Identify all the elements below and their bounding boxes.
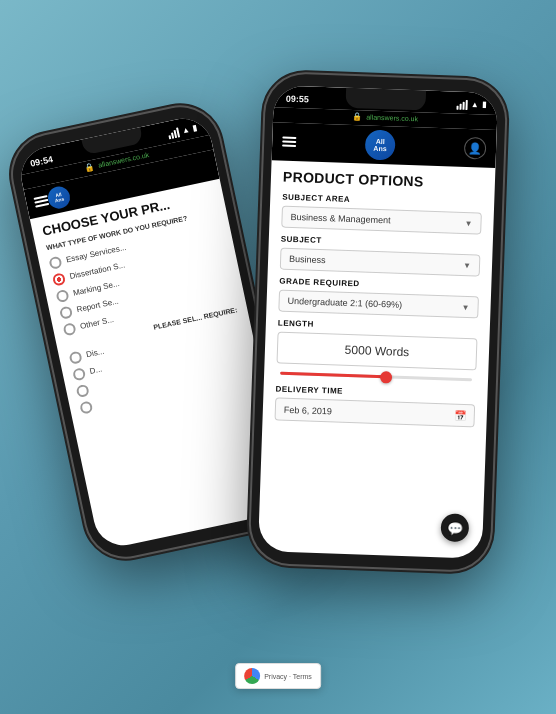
front-status-icons: ▲ ▮ bbox=[457, 99, 486, 110]
delivery-date-value: Feb 6, 2019 bbox=[284, 404, 332, 416]
front-content: PRODUCT OPTIONS SUBJECT AREA Business & … bbox=[258, 160, 496, 559]
battery-icon: ▮ bbox=[192, 124, 198, 134]
recaptcha-badge: Privacy · Terms bbox=[235, 663, 321, 689]
radio-other[interactable] bbox=[62, 322, 76, 336]
product-options-title: PRODUCT OPTIONS bbox=[283, 169, 483, 192]
back-logo: AllAns bbox=[46, 185, 72, 211]
grade-select[interactable]: Undergraduate 2:1 (60-69%) ▼ bbox=[278, 290, 479, 319]
front-phone-screen: 09:55 ▲ ▮ 🔒 allanswers.co.uk bbox=[258, 85, 498, 559]
signal-icon bbox=[167, 127, 180, 139]
back-time: 09:54 bbox=[29, 154, 54, 169]
delivery-date-field[interactable]: Feb 6, 2019 📅 bbox=[275, 397, 476, 427]
radio-dissertation[interactable] bbox=[52, 272, 66, 286]
label-other: Other S... bbox=[79, 315, 114, 331]
slider-fill bbox=[280, 372, 386, 379]
front-phone-notch bbox=[345, 88, 426, 111]
grade-value: Undergraduate 2:1 (60-69%) bbox=[288, 296, 403, 310]
label-sub-1: Dis... bbox=[85, 347, 105, 360]
subject-arrow-icon: ▼ bbox=[463, 260, 471, 269]
subject-area-arrow-icon: ▼ bbox=[464, 218, 472, 227]
subject-select[interactable]: Business ▼ bbox=[280, 248, 481, 277]
front-battery-icon: ▮ bbox=[481, 100, 485, 109]
slider-track bbox=[280, 372, 472, 382]
radio-essay[interactable] bbox=[48, 255, 62, 269]
recaptcha-logo bbox=[244, 668, 260, 684]
recaptcha-text: Privacy · Terms bbox=[264, 673, 312, 680]
slider-thumb[interactable] bbox=[379, 371, 391, 383]
grade-arrow-icon: ▼ bbox=[461, 302, 469, 311]
label-sub-2: D... bbox=[89, 365, 103, 376]
wifi-icon: ▲ bbox=[181, 125, 191, 135]
back-status-icons: ▲ ▮ bbox=[167, 123, 197, 139]
radio-marking[interactable] bbox=[55, 289, 69, 303]
front-signal-icon bbox=[457, 99, 468, 109]
subject-area-value: Business & Management bbox=[290, 212, 390, 225]
radio-sub-1[interactable] bbox=[68, 350, 82, 364]
user-icon[interactable]: 👤 bbox=[464, 137, 487, 160]
subject-value: Business bbox=[289, 254, 326, 265]
radio-sub-3[interactable] bbox=[76, 383, 90, 397]
label-report: Report Se... bbox=[76, 297, 120, 315]
back-phone-screen: 09:54 ▲ ▮ 🔒 allanswers.co.uk bbox=[16, 113, 290, 550]
length-display: 5000 Words bbox=[276, 332, 477, 371]
radio-report[interactable] bbox=[59, 305, 73, 319]
radio-sub-2[interactable] bbox=[72, 367, 86, 381]
front-time: 09:55 bbox=[286, 93, 309, 104]
subject-area-select[interactable]: Business & Management ▼ bbox=[281, 206, 482, 235]
radio-sub-4[interactable] bbox=[79, 400, 93, 414]
front-wifi-icon: ▲ bbox=[471, 100, 479, 109]
chat-icon: 💬 bbox=[447, 520, 464, 536]
phones-container: 09:54 ▲ ▮ 🔒 allanswers.co.uk bbox=[28, 17, 528, 697]
front-phone: 09:55 ▲ ▮ 🔒 allanswers.co.uk bbox=[250, 73, 507, 571]
length-slider[interactable] bbox=[276, 369, 476, 383]
front-url: allanswers.co.uk bbox=[366, 113, 418, 122]
lock-icon: 🔒 bbox=[84, 162, 96, 173]
calendar-icon: 📅 bbox=[454, 410, 466, 421]
front-logo: AllAns bbox=[365, 129, 396, 160]
user-profile-icon: 👤 bbox=[468, 142, 482, 155]
front-lock-icon: 🔒 bbox=[352, 112, 362, 121]
front-menu-button[interactable] bbox=[282, 137, 296, 147]
back-content: CHOOSE YOUR PR... WHAT TYPE OF WORK DO Y… bbox=[30, 179, 264, 429]
